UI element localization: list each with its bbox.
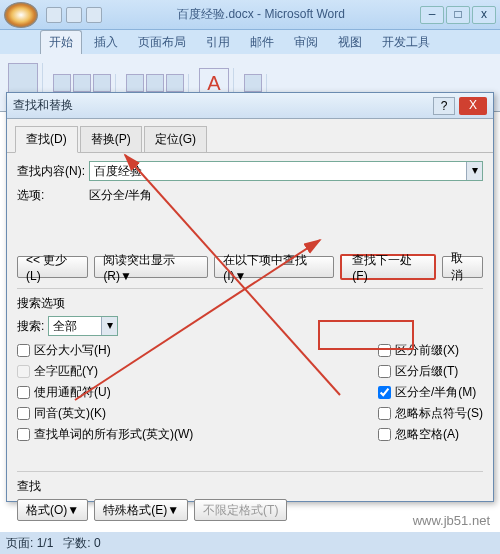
find-next-button[interactable]: 查找下一处(F)	[340, 254, 436, 280]
tab-layout[interactable]: 页面布局	[130, 31, 194, 54]
dialog-tabs: 查找(D) 替换(P) 定位(G)	[7, 119, 493, 153]
ribbon-tabs: 开始 插入 页面布局 引用 邮件 审阅 视图 开发工具	[0, 30, 500, 54]
tab-goto[interactable]: 定位(G)	[144, 126, 207, 153]
tab-developer[interactable]: 开发工具	[374, 31, 438, 54]
dialog-titlebar[interactable]: 查找和替换 ? X	[7, 93, 493, 119]
close-button[interactable]: x	[472, 6, 496, 24]
minimize-button[interactable]: –	[420, 6, 444, 24]
format-button[interactable]: 格式(O)▼	[17, 499, 88, 521]
find-icon[interactable]	[244, 74, 262, 92]
dialog-title: 查找和替换	[13, 97, 433, 114]
word-count: 字数: 0	[63, 535, 100, 552]
find-what-input[interactable]: 百度经验 ▾	[89, 161, 483, 181]
save-icon[interactable]	[46, 7, 62, 23]
tab-references[interactable]: 引用	[198, 31, 238, 54]
match-suffix-checkbox[interactable]: 区分后缀(T)	[378, 363, 483, 380]
tab-mailings[interactable]: 邮件	[242, 31, 282, 54]
find-what-label: 查找内容(N):	[17, 163, 89, 180]
status-bar: 页面: 1/1 字数: 0	[0, 532, 500, 554]
wildcards-checkbox[interactable]: 使用通配符(U)	[17, 384, 193, 401]
less-button[interactable]: << 更少(L)	[17, 256, 88, 278]
whole-word-checkbox[interactable]: 全字匹配(Y)	[17, 363, 193, 380]
bullets-icon[interactable]	[126, 74, 144, 92]
dropdown-icon[interactable]: ▾	[101, 317, 117, 335]
dialog-help-button[interactable]: ?	[433, 97, 455, 115]
tab-find[interactable]: 查找(D)	[15, 126, 78, 153]
search-direction-label: 搜索:	[17, 318, 44, 335]
no-formatting-button: 不限定格式(T)	[194, 499, 287, 521]
numbering-icon[interactable]	[146, 74, 164, 92]
ignore-space-checkbox[interactable]: 忽略空格(A)	[378, 426, 483, 443]
options-label: 选项:	[17, 187, 89, 204]
find-replace-dialog: 查找和替换 ? X 查找(D) 替换(P) 定位(G) 查找内容(N): 百度经…	[6, 92, 494, 502]
maximize-button[interactable]: □	[446, 6, 470, 24]
special-button[interactable]: 特殊格式(E)▼	[94, 499, 188, 521]
options-value: 区分全/半角	[89, 187, 152, 204]
window-titlebar: 百度经验.docx - Microsoft Word – □ x	[0, 0, 500, 30]
redo-icon[interactable]	[86, 7, 102, 23]
ignore-punct-checkbox[interactable]: 忽略标点符号(S)	[378, 405, 483, 422]
search-direction-select[interactable]: 全部 ▾	[48, 316, 118, 336]
office-button[interactable]	[4, 2, 38, 28]
search-direction-value: 全部	[53, 318, 77, 335]
window-title: 百度经验.docx - Microsoft Word	[102, 6, 420, 23]
sounds-like-checkbox[interactable]: 同音(英文)(K)	[17, 405, 193, 422]
align-icon[interactable]	[166, 74, 184, 92]
match-width-checkbox[interactable]: 区分全/半角(M)	[378, 384, 483, 401]
watermark-text: www.jb51.net	[413, 513, 490, 528]
page-count: 页面: 1/1	[6, 535, 53, 552]
underline-icon[interactable]	[93, 74, 111, 92]
dropdown-icon[interactable]: ▾	[466, 162, 482, 180]
find-section-label: 查找	[17, 478, 483, 495]
tab-view[interactable]: 视图	[330, 31, 370, 54]
find-in-button[interactable]: 在以下项中查找(I)▼	[214, 256, 334, 278]
undo-icon[interactable]	[66, 7, 82, 23]
cancel-button[interactable]: 取消	[442, 256, 483, 278]
bold-icon[interactable]	[53, 74, 71, 92]
tab-insert[interactable]: 插入	[86, 31, 126, 54]
dialog-close-button[interactable]: X	[459, 97, 487, 115]
quick-access-toolbar	[46, 7, 102, 23]
reading-highlight-button[interactable]: 阅读突出显示(R)▼	[94, 256, 208, 278]
tab-replace[interactable]: 替换(P)	[80, 126, 142, 153]
tab-review[interactable]: 审阅	[286, 31, 326, 54]
annotation-highlight-box	[318, 320, 414, 350]
find-what-value: 百度经验	[94, 163, 142, 180]
tab-home[interactable]: 开始	[40, 30, 82, 54]
italic-icon[interactable]	[73, 74, 91, 92]
match-case-checkbox[interactable]: 区分大小写(H)	[17, 342, 193, 359]
word-forms-checkbox[interactable]: 查找单词的所有形式(英文)(W)	[17, 426, 193, 443]
search-options-title: 搜索选项	[17, 295, 483, 312]
